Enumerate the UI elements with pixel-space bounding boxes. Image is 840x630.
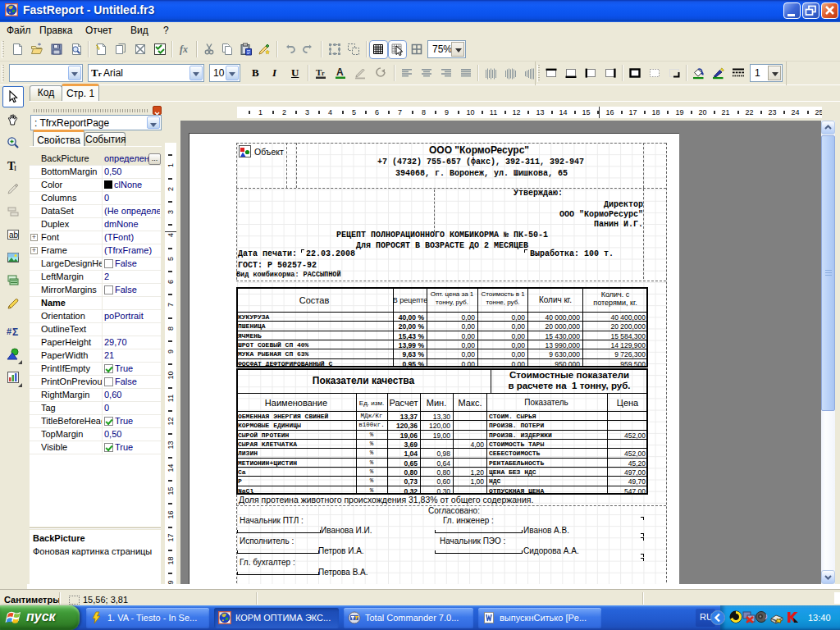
svg-text:I: I	[14, 164, 16, 172]
svg-text:ab: ab	[9, 231, 19, 240]
svg-text:Σ: Σ	[12, 326, 18, 338]
svg-text:fx: fx	[180, 43, 188, 55]
svg-text:#: #	[7, 326, 11, 336]
svg-text:r: r	[322, 70, 325, 77]
svg-text:A: A	[336, 66, 344, 78]
